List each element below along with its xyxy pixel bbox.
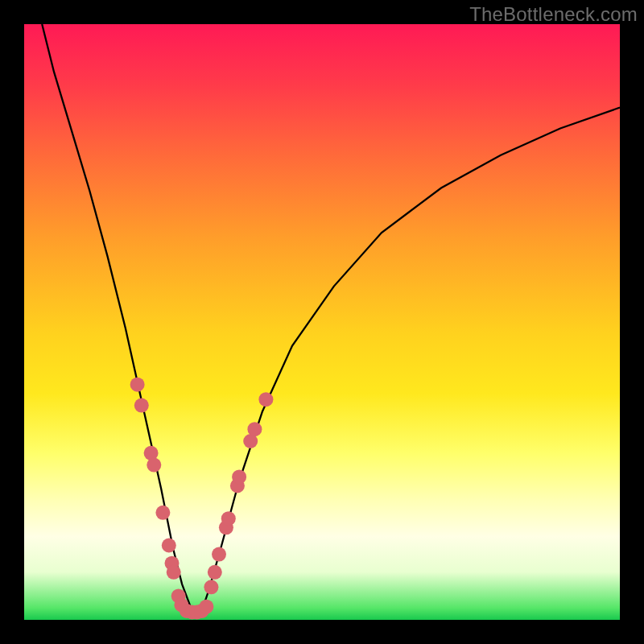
bottleneck-curve [42,24,620,611]
bottleneck-curve-path [42,24,620,611]
data-point [199,600,213,614]
data-point [162,539,176,553]
data-point [167,565,181,580]
data-point [204,580,218,594]
data-point [212,547,226,562]
data-point [221,511,236,526]
chart-frame: TheBottleneck.com [0,0,644,644]
data-point [155,506,170,520]
dot-overlay [130,378,274,620]
data-point [258,392,273,407]
watermark-text: TheBottleneck.com [469,3,638,26]
data-point [247,422,262,436]
plot-area [24,24,620,620]
data-point [232,469,246,484]
data-point [130,378,145,392]
data-point [147,458,161,473]
data-point [134,398,149,413]
chart-svg [24,24,620,620]
data-point [208,565,222,580]
